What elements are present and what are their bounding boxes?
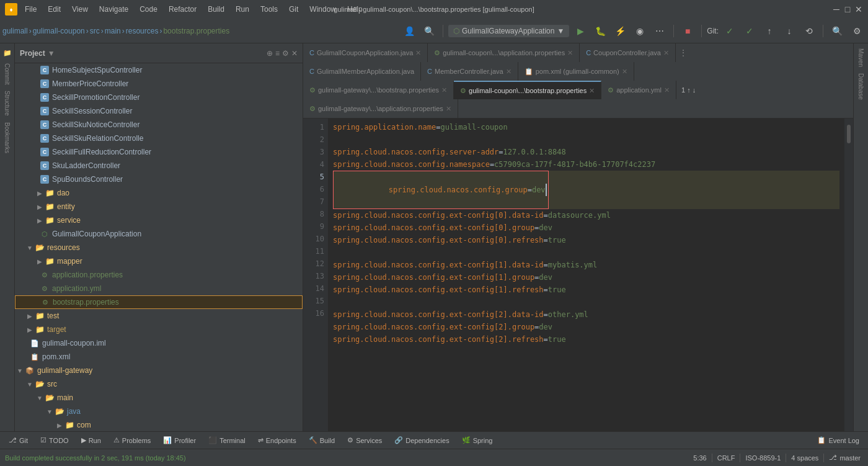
menu-code[interactable]: Code xyxy=(135,4,162,15)
list-item[interactable]: ⚙ application.yml xyxy=(15,282,303,295)
structure-icon[interactable]: Structure xyxy=(1,88,14,119)
tab-pom-common[interactable]: 📋 pom.xml (gulimall-common) ✕ xyxy=(518,62,634,81)
list-item[interactable]: C SkuLadderController xyxy=(15,159,303,173)
bookmarks-icon[interactable]: Bookmarks xyxy=(1,120,14,156)
menu-view[interactable]: View xyxy=(67,4,93,15)
tree-collapse-arrow[interactable]: ▶ xyxy=(35,190,45,197)
git-check2[interactable]: ✓ xyxy=(741,22,758,40)
git-push[interactable]: ↑ xyxy=(761,22,778,40)
list-item[interactable]: ▼ 📂 src xyxy=(15,377,303,391)
menu-navigate[interactable]: Navigate xyxy=(94,4,133,15)
list-item[interactable]: ▶ 📁 entity xyxy=(15,200,303,213)
menu-build[interactable]: Build xyxy=(203,4,229,15)
list-item[interactable]: ▶ 📁 test xyxy=(15,309,303,323)
branch-indicator[interactable]: ⎇ master xyxy=(826,452,863,463)
tab-close-icon[interactable]: ✕ xyxy=(589,87,595,95)
list-item[interactable]: C MemberPriceController xyxy=(15,77,303,91)
maximize-button[interactable]: □ xyxy=(843,5,852,14)
tab-close-icon[interactable]: ✕ xyxy=(441,86,447,94)
indent-indicator[interactable]: 4 spaces xyxy=(789,453,821,463)
line-ending-indicator[interactable]: CRLF xyxy=(715,453,738,463)
search-global[interactable]: 🔍 xyxy=(828,22,846,40)
bottom-tab-dependencies[interactable]: 🔗 Dependencies xyxy=(388,434,455,447)
minimize-button[interactable]: ─ xyxy=(832,5,841,14)
line-col-indicator[interactable]: 5:36 xyxy=(691,453,709,463)
menu-edit[interactable]: Edit xyxy=(43,4,66,15)
breadcrumb-gulimall[interactable]: gulimall xyxy=(2,27,28,35)
list-item[interactable]: ⬡ GulimallCouponApplication xyxy=(15,227,303,241)
bottom-tab-todo[interactable]: ☑ TODO xyxy=(34,434,75,447)
tab-close-icon[interactable]: ✕ xyxy=(446,105,451,113)
profile-button[interactable]: ⚡ xyxy=(611,22,629,40)
run-config-selector[interactable]: ⬡ GulimallGatewayApplication ▼ xyxy=(448,25,569,37)
list-item[interactable]: C SeckillFullReductionController xyxy=(15,145,303,159)
list-item[interactable]: ▶ 📁 dao xyxy=(15,186,303,200)
coverage-button[interactable]: ◉ xyxy=(631,22,649,40)
git-merge[interactable]: ⟲ xyxy=(800,22,818,40)
tab-member-controller[interactable]: C MemberController.java ✕ xyxy=(421,62,518,81)
list-item[interactable]: ▼ 📂 main xyxy=(15,391,303,405)
list-item[interactable]: ▶ 📁 service xyxy=(15,213,303,227)
tab-close-icon[interactable]: ✕ xyxy=(506,68,512,76)
tab-close-icon[interactable]: ✕ xyxy=(567,49,573,57)
tab-close-icon[interactable]: ✕ xyxy=(415,49,421,57)
bottom-tab-run[interactable]: ▶ Run xyxy=(75,434,107,447)
list-item[interactable]: C HomeSubjectSpuController xyxy=(15,63,303,77)
tree-collapse-arrow[interactable]: ▶ xyxy=(55,422,64,429)
sidebar-dropdown[interactable]: ▼ xyxy=(48,49,55,58)
run-button[interactable]: ▶ xyxy=(572,22,589,40)
tab-coupon-controller[interactable]: C CouponController.java ✕ xyxy=(580,43,676,62)
breadcrumb-src[interactable]: src xyxy=(90,27,100,35)
list-item[interactable]: C SeckillSkuRelationControlle xyxy=(15,132,303,145)
breadcrumb-coupon[interactable]: gulimall-coupon xyxy=(33,27,85,35)
list-item[interactable]: ▼ 📂 java xyxy=(15,405,303,418)
tab-gateway-bootstrap[interactable]: ⚙ gulimall-gateway\...\bootstrap.propert… xyxy=(303,81,454,99)
window-controls[interactable]: ─ □ ✕ xyxy=(832,5,863,14)
stop-button[interactable]: ■ xyxy=(679,22,696,40)
bottom-tab-problems[interactable]: ⚠ Problems xyxy=(107,434,157,447)
menu-file[interactable]: File xyxy=(20,4,42,15)
sidebar-settings-icon[interactable]: ⚙ xyxy=(282,49,289,58)
bottom-tab-git[interactable]: ⎇ Git xyxy=(2,434,34,447)
list-item[interactable]: ⚙ application.properties xyxy=(15,268,303,282)
tab-app-properties[interactable]: ⚙ gulimall-coupon\...\application.proper… xyxy=(428,43,580,62)
bottom-tab-build[interactable]: 🔨 Build xyxy=(303,434,341,447)
database-panel-icon[interactable]: Database xyxy=(854,71,868,102)
commit-icon[interactable]: Commit xyxy=(1,61,14,87)
menu-git[interactable]: Git xyxy=(284,4,303,15)
sidebar-sync-icon[interactable]: ⊕ xyxy=(267,49,273,58)
settings[interactable]: ⚙ xyxy=(848,22,866,40)
selected-file-item[interactable]: ⚙ bootstrap.properties xyxy=(15,295,303,309)
toolbar-btn-1[interactable]: 👤 xyxy=(401,22,418,40)
breadcrumb-main[interactable]: main xyxy=(105,27,121,35)
code-editor[interactable]: spring.application.name=gulimall-coupon … xyxy=(328,119,844,431)
list-item[interactable]: C SpuBoundsController xyxy=(15,173,303,186)
list-item[interactable]: C SeckillSkuNoticeController xyxy=(15,118,303,132)
debug-button[interactable]: 🐛 xyxy=(591,22,609,40)
tree-expand-arrow[interactable]: ▼ xyxy=(25,244,35,251)
tree-collapse-arrow[interactable]: ▶ xyxy=(25,313,35,320)
git-pull[interactable]: ↓ xyxy=(781,22,798,40)
list-item[interactable]: 📄 gulimall-coupon.iml xyxy=(15,336,303,350)
menu-tools[interactable]: Tools xyxy=(255,4,283,15)
breadcrumb-file[interactable]: bootstrap.properties xyxy=(163,27,229,35)
git-check[interactable]: ✓ xyxy=(721,22,738,40)
menu-run[interactable]: Run xyxy=(231,4,254,15)
tree-collapse-arrow[interactable]: ▶ xyxy=(35,217,45,224)
list-item[interactable]: ▼ 📂 resources xyxy=(15,241,303,254)
sidebar-collapse-icon[interactable]: ≡ xyxy=(275,49,280,58)
list-item[interactable]: 📋 pom.xml xyxy=(15,350,303,364)
list-item[interactable]: ▶ 📁 target xyxy=(15,323,303,336)
tree-expand-arrow[interactable]: ▼ xyxy=(45,408,55,415)
tab-close-icon[interactable]: ✕ xyxy=(622,68,627,76)
maven-panel-icon[interactable]: Maven xyxy=(854,46,868,69)
tab-coupon-app[interactable]: C GulimallCouponApplication.java ✕ xyxy=(303,43,428,62)
list-item[interactable]: C SeckillPromotionController xyxy=(15,91,303,104)
bottom-tab-spring[interactable]: 🌿 Spring xyxy=(456,434,499,447)
toolbar-btn-2[interactable]: 🔍 xyxy=(420,22,438,40)
list-item[interactable]: ▶ 📁 mapper xyxy=(15,254,303,268)
list-item[interactable]: ▼ 📦 gulimall-gateway xyxy=(15,364,303,377)
tab-close-icon[interactable]: ✕ xyxy=(663,49,669,57)
bottom-tab-profiler[interactable]: 📊 Profiler xyxy=(157,434,202,447)
breadcrumb-resources[interactable]: resources xyxy=(126,27,159,35)
